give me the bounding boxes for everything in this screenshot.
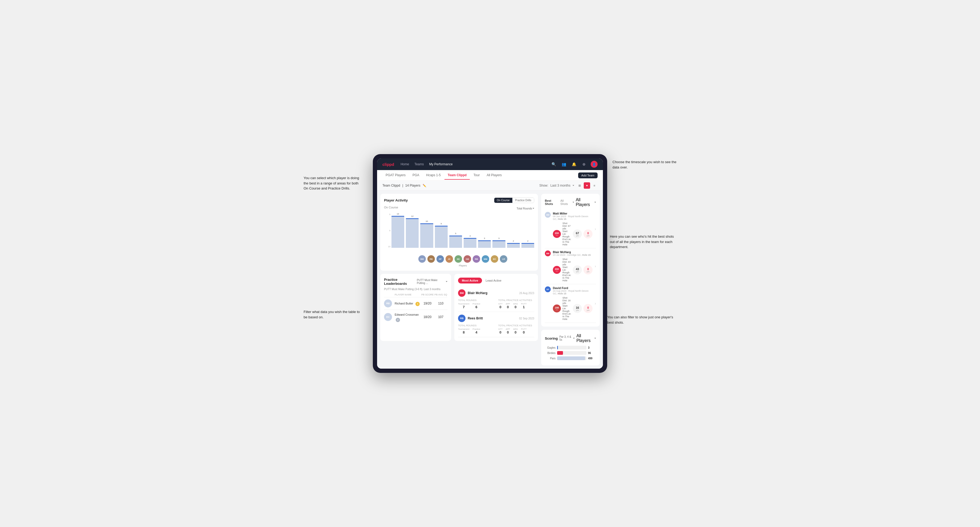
shot-chevron-3[interactable]: › [595,301,596,306]
shot-info-3: Shot Dist: 16 yds Start Lie: Rough End L… [562,297,571,321]
tab-most-active[interactable]: Most Active [458,278,482,284]
bar-9[interactable]: 2 [522,243,534,248]
left-column: Player Activity On Course Practice Drill… [380,194,538,365]
scoring-dropdown[interactable]: Par 3, 4 & 5s [559,335,575,341]
bar-group-7: 3 [492,240,505,248]
tab-hcaps[interactable]: Hcaps 1-5 [423,171,444,179]
plus-circle-icon[interactable]: ⊕ [581,161,587,168]
scoring-title: Scoring [545,337,558,340]
time-filter-chevron[interactable] [573,185,574,186]
player-avatar-1: RB [428,255,435,263]
leaderboard-score-2: 18/20 [421,315,434,319]
bar-2[interactable]: 10 [420,223,433,248]
scoring-header: Scoring Par 3, 4 & 5s All Players [545,333,596,343]
leaderboard-avg-1: 110 [434,302,447,305]
chart-area: 13 12 10 9 5 4 [391,213,534,267]
tablet-screen: clippd Home Teams My Performance 🔍 👥 🔔 ⊕… [377,158,603,368]
time-filter[interactable]: Last 3 months [550,184,570,187]
best-shots-header: Best Shots All Shots All Players [545,197,596,207]
shot-chevron-1[interactable]: › [595,227,596,231]
most-active-card: Most Active Least Active BM Blair McHarg… [454,274,538,341]
leaderboard-avatar-1: RB [384,300,392,307]
active-player-2-header: RB Rees Britt 02 Sep 2023 [458,314,534,322]
bar-value-6: 3 [478,237,491,240]
shot-detail-2: 200 SG Shot Dist: 43 yds Start Lie: Roug… [553,258,593,282]
search-icon[interactable]: 🔍 [550,161,557,168]
bell-icon[interactable]: 🔔 [570,161,578,168]
active-player-1-header: BM Blair McHarg 26 Aug 2023 [458,289,534,297]
scoring-all-players-label: All Players [576,333,594,343]
active-player-1-stats: Total Rounds Tournament 7 Practice [458,299,534,309]
course-toggle: On Course Practice Drills [494,197,534,203]
edit-icon[interactable]: ✏️ [423,184,426,187]
leaderboard-dropdown-chevron [446,281,447,282]
bar-7[interactable]: 3 [492,240,505,248]
best-shots-tab-active[interactable]: Best Shots [545,199,559,205]
practice-leaderboards-card: Practice Leaderboards PUTT Must Make Put… [380,274,451,341]
nav-my-performance[interactable]: My Performance [429,161,453,167]
player-avatar-3: JC [445,255,453,263]
table-view-icon[interactable]: ≡ [591,182,598,189]
shots-dropdown-chevron[interactable] [573,202,574,203]
bar-3[interactable]: 9 [435,226,448,248]
practice-stat-1: Practice 6 [473,303,480,309]
chart-dropdown[interactable]: Total Rounds [517,207,534,210]
shot-stat-2a: 43 yds [573,265,582,275]
scoring-all-players[interactable]: All Players [576,333,596,343]
tab-pgat-players[interactable]: PGAT Players [382,171,409,179]
putt-stat-1: PUTT 1 [521,303,527,309]
list-view-icon[interactable]: ♥ [584,182,590,189]
shot-entry-3: DF David Ford 24 Aug 2023 · Royal North … [545,284,596,323]
bar-value-7: 3 [492,237,505,240]
add-team-button[interactable]: Add Team [578,173,598,178]
bar-value-0: 13 [391,213,404,215]
tournament-stat-2: Tournament 8 [458,328,469,334]
shot-player-2-info: 23 Jul 2023 · Ashridge GC, Hole 15 [553,254,593,256]
view-controls: Show: Last 3 months ⊞ ♥ ≡ [539,182,598,189]
y-axis-5: 5 [384,229,390,232]
bar-0[interactable]: 13 [391,216,404,248]
pars-label: Pars [545,357,555,360]
bar-group-3: 9 [435,226,448,248]
practice-drills-toggle[interactable]: Practice Drills [512,198,534,203]
shot-badge-3: 198 SG [553,305,561,313]
bar-group-1: 12 [406,218,418,248]
leaderboard-columns: PLAYER NAME PB SCORE PB AVG SQ [384,293,447,297]
on-course-toggle[interactable]: On Course [494,198,512,203]
bar-8[interactable]: 2 [507,243,520,248]
team-name: Team Clippd [382,184,400,187]
bar-5[interactable]: 4 [464,238,476,248]
tab-least-active[interactable]: Least Active [482,278,505,284]
sub-nav: PGAT Players PGA Hcaps 1-5 Team Clippd T… [377,170,603,181]
shot-entry-1-left: MM [545,212,551,218]
tab-team-clippd[interactable]: Team Clippd [444,171,470,179]
bar-1[interactable]: 12 [406,218,418,248]
all-players-filter[interactable]: All Players [576,197,596,207]
users-icon[interactable]: 👥 [560,161,567,168]
best-shots-tab-all[interactable]: All Shots [560,199,571,205]
nav-teams[interactable]: Teams [414,161,424,167]
player-avatar-7: MM [482,255,489,263]
tab-pga[interactable]: PGA [409,171,422,179]
birdies-bar [557,351,563,355]
tab-tour[interactable]: Tour [470,171,483,179]
tab-all-players[interactable]: All Players [483,171,505,179]
player-avatar-9: LR [500,255,508,263]
scoring-all-players-chevron [594,338,596,339]
bar-chart: 10 5 0 13 12 [384,213,534,267]
pars-bar-wrap [557,356,586,360]
nav-home[interactable]: Home [401,161,409,167]
bar-4[interactable]: 5 [449,236,462,248]
active-player-1-avatar: BM [458,289,466,297]
user-avatar[interactable]: 👤 [591,161,598,168]
grid-view-icon[interactable]: ⊞ [576,182,583,189]
bar-6[interactable]: 3 [478,240,491,248]
shot-chevron-2[interactable]: › [595,264,596,268]
leaderboard-dropdown[interactable]: PUTT Must Make Putting ... [417,279,447,284]
shot-info-2: Shot Dist: 43 yds Start Lie: Rough End L… [562,258,571,282]
practice-activities-row-1: GTT 0 APP 0 [498,303,534,309]
nav-icons: 🔍 👥 🔔 ⊕ 👤 [550,161,598,168]
shot-stat-1a: 67 yds [573,229,582,238]
shot-entry-3-left: DF [545,286,551,292]
active-player-2-stats: Total Rounds Tournament 8 Practice [458,324,534,334]
